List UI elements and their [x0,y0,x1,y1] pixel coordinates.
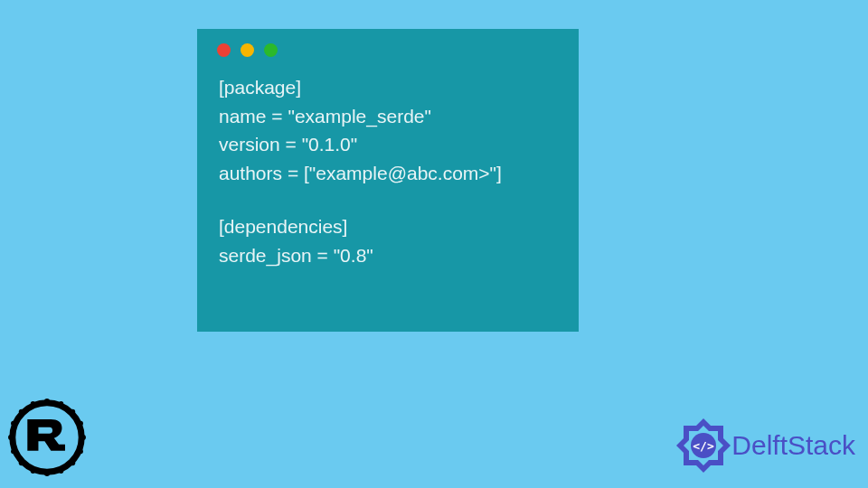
delftstack-logo: </> DelftStack [672,414,855,477]
delftstack-label: DelftStack [731,430,855,461]
svg-point-14 [11,449,15,454]
svg-point-10 [59,401,63,406]
svg-point-16 [79,449,83,454]
close-icon [217,43,231,57]
svg-point-12 [59,469,63,474]
code-line: authors = ["example@abc.com>"] [219,159,579,188]
code-window: [package] name = "example_serde" version… [197,29,579,332]
code-line: version = "0.1.0" [219,130,579,159]
window-controls [197,29,579,57]
svg-point-8 [70,460,75,465]
minimize-icon [241,43,254,57]
svg-point-6 [70,409,75,415]
code-line: name = "example_serde" [219,102,579,131]
code-line: [dependencies] [219,212,579,241]
svg-point-2 [44,471,50,476]
svg-point-4 [80,435,86,440]
delftstack-icon: </> [672,414,735,477]
svg-text:</>: </> [693,439,715,453]
code-line: [package] [219,73,579,102]
svg-point-11 [31,469,35,474]
svg-point-13 [11,421,15,426]
svg-point-9 [31,401,35,406]
code-blank-line [219,187,579,212]
svg-point-3 [8,435,14,440]
rust-logo-icon [5,396,89,479]
svg-point-1 [44,399,50,404]
maximize-icon [264,43,278,57]
svg-point-15 [79,421,83,426]
code-line: serde_json = "0.8" [219,241,579,270]
svg-point-5 [19,409,24,415]
svg-point-7 [19,460,24,465]
code-content: [package] name = "example_serde" version… [197,57,579,269]
